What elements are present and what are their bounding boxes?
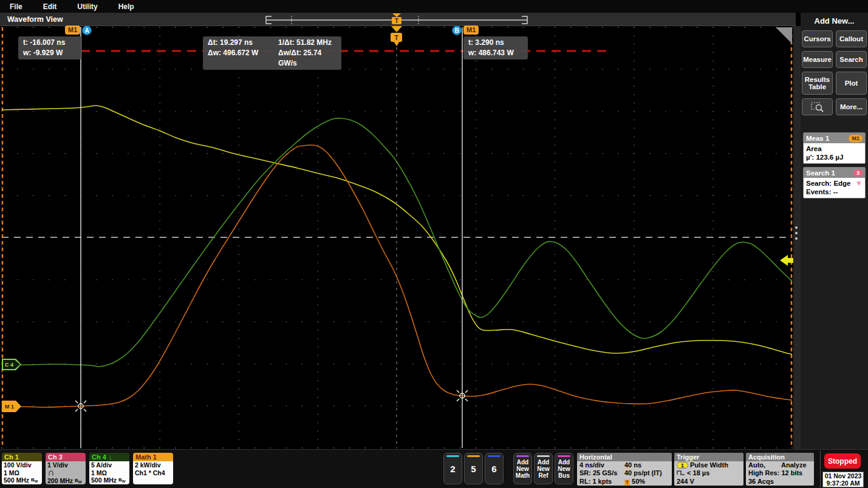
trigger-type: Pulse Width	[690, 461, 728, 469]
panel-splitter[interactable]	[793, 26, 801, 449]
tab-waveform-view[interactable]: Waveform View	[7, 15, 63, 24]
results-table-button[interactable]: Results Table	[802, 72, 833, 95]
view-tab-bar: Waveform View	[0, 13, 796, 26]
ch1-impedance: 1 MΩ	[4, 469, 40, 477]
right-panel: Add New... Cursors Callout Measure Searc…	[801, 13, 868, 449]
ch4-scale: 5 A/div	[91, 461, 128, 469]
meas1-source-pill: M1	[849, 135, 863, 142]
ch3-scale: 1 V/div	[47, 461, 84, 469]
meas1-value: µ': 123.6 µJ	[806, 153, 863, 161]
cursor-b-readout[interactable]: t: 3.290 ns w: 486.743 W	[463, 36, 528, 59]
cursor-a-readout[interactable]: t: -16.007 ns w: -9.929 W	[18, 36, 82, 59]
inverse-delta-t: 1/Δt: 51.82 MHz	[278, 38, 337, 48]
cursor-a-time: t: -16.007 ns	[23, 38, 77, 48]
add-new-ref-button[interactable]: Add New Ref	[534, 453, 553, 484]
trigger-title: Trigger	[674, 453, 743, 461]
menu-edit[interactable]: Edit	[43, 2, 57, 11]
acquisition-analyze: Analyze	[781, 461, 812, 469]
horizontal-panel[interactable]: Horizontal 4 ns/div40 ns SR: 25 GS/s40 p…	[577, 453, 672, 486]
waveform-plot[interactable]	[0, 26, 793, 449]
pulse-width-icon	[677, 469, 685, 475]
bottom-bar: Ch 1 100 V/div 1 MΩ 500 MHz BW Ch 3 1 V/…	[0, 449, 868, 488]
trigger-panel[interactable]: Trigger 1 Pulse Width < 18 µs 244 V	[674, 453, 743, 486]
horizontal-scale: 4 ns/div	[579, 461, 604, 469]
search-button[interactable]: Search	[836, 51, 867, 68]
ch4-bandwidth: 500 MHz BW	[91, 476, 128, 484]
status-divider	[820, 451, 821, 487]
ch3-label: Ch 3	[48, 453, 63, 461]
ch4-badge[interactable]: Ch 4 ↓ 5 A/div 1 MΩ 500 MHz BW	[89, 453, 129, 484]
cursor-a-badge[interactable]: A	[82, 25, 92, 35]
trigger-level: 244 V	[677, 478, 741, 486]
search1-events: Events: --	[806, 188, 863, 196]
ch3-probe-icon	[47, 469, 84, 478]
acquisition-panel[interactable]: Acquisition Auto,Analyze High Res: 12 bi…	[746, 453, 814, 486]
math1-scale: 2 kW/div	[135, 461, 171, 469]
run-stop-status[interactable]: Stopped	[824, 453, 861, 469]
horizontal-position: T 50%	[624, 478, 669, 486]
menu-bar: File Edit Utility Help	[0, 0, 868, 13]
channel-5-button[interactable]: 5	[464, 453, 483, 484]
acquisition-resolution: High Res: 12 bits	[748, 469, 812, 477]
ch1-scale: 100 V/div	[4, 461, 40, 469]
ch4-label: Ch 4	[92, 453, 106, 461]
cursors-button[interactable]: Cursors	[802, 30, 833, 47]
menu-help[interactable]: Help	[118, 2, 134, 11]
add-new-bus-button[interactable]: Add New Bus	[555, 453, 573, 484]
acquisition-count: 36 Acqs	[748, 478, 812, 486]
time-label: 9:37:20 AM	[823, 480, 863, 487]
delta-t: Δt: 19.297 ns	[208, 38, 276, 48]
meas1-title: Meas 1	[806, 135, 829, 142]
menu-utility[interactable]: Utility	[77, 2, 97, 11]
delta-w-per-t: Δw/Δt: 25.74 GW/s	[278, 48, 337, 69]
plot-button[interactable]: Plot	[836, 72, 867, 95]
ch4-zero-label: C 4	[5, 362, 13, 368]
zoom-select-icon	[810, 101, 825, 113]
splitter-grip-icon[interactable]	[795, 226, 798, 240]
meas1-card[interactable]: Meas 1 M1 Area µ': 123.6 µJ	[803, 132, 866, 164]
ch1-badge[interactable]: Ch 1 100 V/div 1 MΩ 500 MHz BW	[2, 453, 42, 484]
ch3-bandwidth: 200 MHz BW	[47, 477, 84, 484]
channel-6-button[interactable]: 6	[485, 453, 504, 484]
menu-file[interactable]: File	[10, 2, 22, 11]
datetime-display: 01 Nov 2023 9:37:20 AM	[822, 472, 864, 487]
cursor-a-value: w: -9.929 W	[23, 48, 77, 58]
cursor-delta-readout[interactable]: Δt: 19.297 ns 1/Δt: 51.82 MHz Δw: 496.67…	[203, 36, 341, 70]
search1-card[interactable]: Search 1 3 Search: Edge Events: -- ▼	[803, 167, 866, 198]
cursor-b-badge[interactable]: B	[452, 25, 462, 35]
add-new-math-button[interactable]: Add New Math	[513, 453, 532, 484]
search1-marker-icon: ▼	[855, 179, 863, 188]
callout-button[interactable]: Callout	[836, 30, 867, 47]
acquisition-title: Acquisition	[746, 453, 814, 461]
cursor-b-time: t: 3.290 ns	[468, 38, 523, 48]
horizontal-resolution: 40 ps/pt (IT)	[624, 469, 669, 477]
horizontal-window: 40 ns	[624, 461, 669, 469]
ch1-bandwidth: 500 MHz BW	[4, 476, 40, 484]
ch4-clip-arrow-icon: ↓	[109, 453, 112, 461]
oscilloscope-app: File Edit Utility Help Waveform View T	[0, 0, 868, 488]
more-button[interactable]: More...	[836, 98, 867, 115]
math1-label: Math 1	[135, 453, 157, 461]
meas1-type: Area	[806, 144, 863, 153]
channel-2-button[interactable]: 2	[443, 453, 462, 484]
zoom-select-button[interactable]	[802, 98, 833, 115]
acquisition-mode: Auto,	[748, 461, 765, 469]
ch3-badge[interactable]: Ch 3 1 V/div 200 MHz BW	[46, 453, 86, 484]
cursor-a-source-badge[interactable]: M1	[65, 25, 80, 35]
math1-zero-label: M 1	[5, 404, 14, 410]
horizontal-sample-rate: SR: 25 GS/s	[579, 469, 617, 477]
horizontal-title: Horizontal	[577, 453, 672, 461]
math1-badge[interactable]: Math 1 2 kW/div Ch1 * Ch4	[133, 453, 173, 484]
cursor-b-source-badge[interactable]: M1	[463, 25, 479, 35]
delta-w: Δw: 496.672 W	[208, 48, 276, 69]
cursor-b-value: w: 486.743 W	[468, 48, 523, 58]
math1-expression: Ch1 * Ch4	[135, 469, 171, 477]
measure-button[interactable]: Measure	[802, 51, 833, 68]
horizontal-record-length: RL: 1 kpts	[579, 478, 612, 486]
date-label: 01 Nov 2023	[823, 472, 863, 480]
search1-count-pill: 3	[853, 169, 863, 177]
ch1-label: Ch 1	[4, 453, 19, 461]
search1-title: Search 1	[806, 169, 835, 177]
search1-type: Search: Edge	[806, 179, 863, 188]
trigger-source-badge: 1	[677, 462, 688, 469]
